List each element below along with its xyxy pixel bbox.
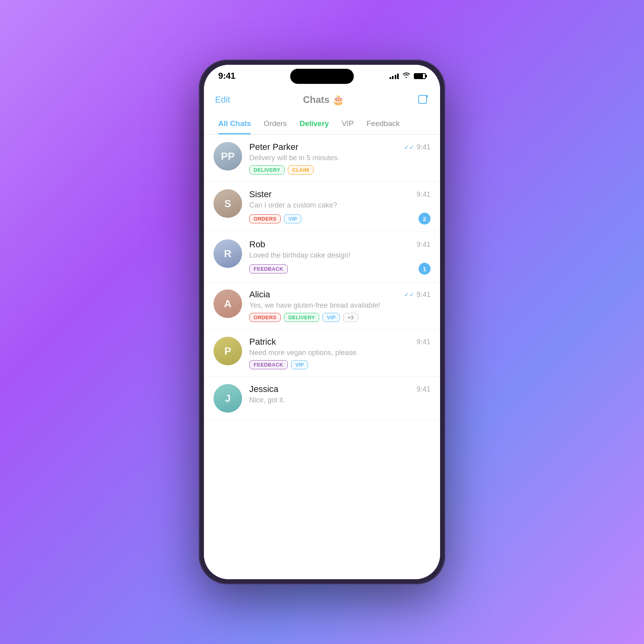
tag-orders: ORDERS	[249, 214, 281, 223]
tab-vip[interactable]: VIP	[335, 113, 360, 134]
chat-tags: DELIVERY CLAIM	[249, 165, 431, 175]
tag-feedback: FEEDBACK	[249, 360, 288, 369]
chat-name: Peter Parker	[249, 142, 299, 152]
chat-item-rob[interactable]: R Rob 9:41 Loved the birthday cake desig…	[204, 232, 440, 282]
chat-tags: FEEDBACK VIP	[249, 360, 431, 369]
compose-button[interactable]	[417, 94, 429, 106]
chat-item-jessica[interactable]: J Jessica 9:41 Nice, got it.	[204, 377, 440, 420]
avatar-patrick: P	[213, 337, 242, 365]
edit-button[interactable]: Edit	[215, 95, 230, 105]
avatar-sister: S	[213, 189, 242, 218]
tab-delivery[interactable]: Delivery	[293, 113, 335, 134]
dynamic-island	[290, 69, 354, 84]
nav-header: Edit Chats 🎂	[204, 87, 440, 113]
tag-delivery: DELIVERY	[249, 165, 285, 175]
chat-content-alicia: Alicia ✓✓ 9:41 Yes, we have gluten-free …	[249, 289, 431, 322]
chat-name: Sister	[249, 189, 272, 200]
chat-time: 9:41	[417, 241, 431, 249]
avatar-rob: R	[213, 239, 242, 268]
tag-vip: VIP	[291, 360, 308, 369]
status-time: 9:41	[218, 71, 235, 81]
chat-time: 9:41	[417, 385, 431, 394]
tab-all-chats[interactable]: All Chats	[212, 113, 257, 134]
chat-item-sister[interactable]: S Sister 9:41 Can I order a custom cake?…	[204, 182, 440, 232]
tab-bar: All Chats Orders Delivery VIP Feedback	[204, 113, 440, 135]
chat-item-peter-parker[interactable]: PP Peter Parker ✓✓ 9:41 Delivery will be…	[204, 135, 440, 182]
tag-feedback: FEEDBACK	[249, 264, 288, 274]
chat-time: 9:41	[417, 291, 431, 299]
chat-name: Patrick	[249, 337, 276, 347]
signal-icon	[390, 73, 399, 79]
read-receipt-icon: ✓✓	[404, 144, 414, 151]
chat-time: 9:41	[417, 190, 431, 199]
tab-feedback[interactable]: Feedback	[360, 113, 406, 134]
chat-time: 9:41	[417, 143, 431, 151]
chat-preview: Nice, got it.	[249, 396, 431, 404]
chat-time: 9:41	[417, 338, 431, 346]
tag-vip: VIP	[322, 313, 340, 322]
chat-preview: Need more vegan options, please.	[249, 349, 431, 357]
chat-list: PP Peter Parker ✓✓ 9:41 Delivery will be…	[204, 135, 440, 579]
tag-more: +3	[343, 313, 358, 322]
avatar-jessica: J	[213, 384, 242, 413]
chat-preview: Yes, we have gluten-free bread available…	[249, 301, 431, 310]
chat-preview: Loved the birthday cake design!	[249, 251, 431, 260]
unread-badge: 2	[419, 213, 431, 225]
status-icons	[390, 72, 426, 80]
chat-tags: FEEDBACK	[249, 264, 288, 274]
chat-name: Jessica	[249, 384, 278, 394]
unread-badge: 1	[419, 263, 431, 275]
chat-content-patrick: Patrick 9:41 Need more vegan options, pl…	[249, 337, 431, 369]
tab-orders[interactable]: Orders	[257, 113, 293, 134]
chat-name: Rob	[249, 239, 265, 250]
battery-icon	[414, 73, 426, 79]
chat-content-jessica: Jessica 9:41 Nice, got it.	[249, 384, 431, 407]
chat-preview: Can I order a custom cake?	[249, 201, 431, 209]
chat-tags: ORDERS DELIVERY VIP +3	[249, 313, 431, 322]
avatar-alicia: A	[213, 289, 242, 318]
avatar-peter-parker: PP	[213, 142, 242, 171]
read-receipt-icon: ✓✓	[404, 291, 414, 299]
tag-delivery: DELIVERY	[284, 313, 319, 322]
phone-frame: 9:41	[199, 60, 445, 584]
chat-content-rob: Rob 9:41 Loved the birthday cake design!…	[249, 239, 431, 275]
svg-rect-0	[419, 95, 427, 103]
page-title: Chats 🎂	[303, 94, 344, 105]
chat-item-alicia[interactable]: A Alicia ✓✓ 9:41 Yes, we have gluten-fre…	[204, 282, 440, 330]
chat-preview: Delivery will be in 5 minutes.	[249, 154, 431, 162]
chat-name: Alicia	[249, 289, 270, 300]
chat-item-patrick[interactable]: P Patrick 9:41 Need more vegan options, …	[204, 330, 440, 377]
chat-content-peter-parker: Peter Parker ✓✓ 9:41 Delivery will be in…	[249, 142, 431, 175]
status-bar: 9:41	[204, 65, 440, 87]
chat-tags: ORDERS VIP	[249, 214, 301, 223]
chat-content-sister: Sister 9:41 Can I order a custom cake? O…	[249, 189, 431, 225]
phone-screen: 9:41	[204, 65, 440, 579]
tag-orders: ORDERS	[249, 313, 281, 322]
tag-vip: VIP	[284, 214, 301, 223]
tag-claim: CLAIM	[288, 165, 314, 175]
wifi-icon	[402, 72, 411, 80]
